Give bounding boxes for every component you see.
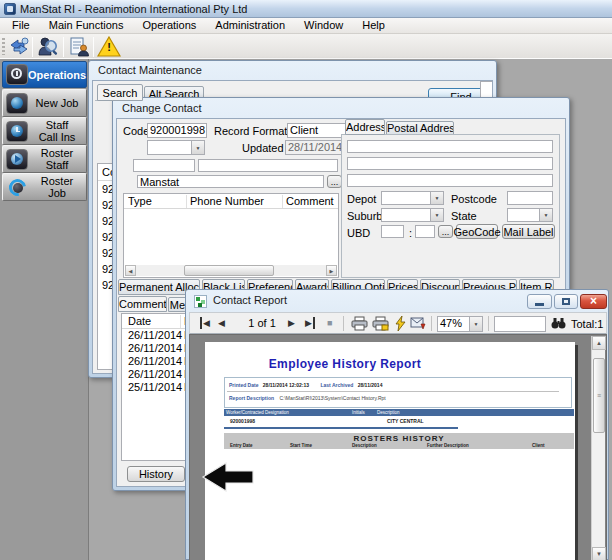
tab-search[interactable]: Search xyxy=(97,84,143,101)
depot-select[interactable]: ▼ xyxy=(381,191,444,205)
contact-maintenance-titlebar[interactable]: Contact Maintenance xyxy=(98,64,202,76)
menu-window[interactable]: Window xyxy=(296,18,351,32)
binoculars-search-icon[interactable] xyxy=(551,317,566,330)
address-line-2[interactable] xyxy=(347,157,553,170)
tab-address[interactable]: Address xyxy=(345,119,385,135)
close-button[interactable]: × xyxy=(580,294,607,309)
roster-col-start: Start Time xyxy=(290,443,312,449)
export-icon[interactable] xyxy=(410,316,426,331)
report-vscrollbar[interactable]: ▲ ≡ ▼ xyxy=(591,336,605,560)
menu-file[interactable]: File xyxy=(4,18,38,32)
ubd-browse-button[interactable]: ... xyxy=(438,225,453,238)
scroll-right-icon[interactable]: ▶ xyxy=(326,265,337,276)
warning-icon[interactable]: ! xyxy=(97,36,121,57)
mail-label-button[interactable]: Mail Label xyxy=(502,224,555,239)
ubd-field-2[interactable] xyxy=(415,225,435,238)
tab-postal-address[interactable]: Postal Address xyxy=(386,121,454,135)
app-title: ManStat RI - Reanimotion International P… xyxy=(20,3,247,15)
depot-label: Depot xyxy=(347,193,376,205)
phone-col-number: Phone Number xyxy=(190,195,264,207)
vscroll-thumb[interactable]: ≡ xyxy=(593,358,605,433)
group-header-bar: Worker/Contracted Designation Initials D… xyxy=(224,409,574,416)
sidebar-item-label: Roster Staff xyxy=(35,147,79,171)
sidebar-item-label: New Job xyxy=(35,97,79,109)
report-description-value: C:\ManStat\RI\2013\System\Contact Histor… xyxy=(279,395,385,401)
sidebar-header-operations[interactable]: Operations xyxy=(2,61,87,88)
find-person-icon[interactable] xyxy=(37,36,59,58)
tab-comments[interactable]: Comments xyxy=(118,296,167,312)
sidebar-item-label: Roster Job xyxy=(35,175,79,199)
sidebar-item-roster-job[interactable]: Roster Job xyxy=(2,173,87,201)
state-select[interactable]: ▼ xyxy=(507,208,553,222)
stop-button[interactable]: ■ xyxy=(327,317,332,329)
roster-col-client: Client xyxy=(532,443,545,449)
name-field-2[interactable] xyxy=(198,159,338,172)
address-line-3[interactable] xyxy=(347,174,553,187)
menu-help[interactable]: Help xyxy=(354,18,393,32)
company-name-field[interactable]: Manstat xyxy=(137,175,324,188)
group-col-designation: Worker/Contracted Designation xyxy=(226,410,289,416)
group-col-initials: Initials xyxy=(352,410,365,416)
history-pointer-arrow xyxy=(200,460,256,492)
code-field[interactable]: 920001998 xyxy=(147,123,207,138)
hscroll-thumb[interactable] xyxy=(184,265,274,276)
ubd-label: UBD xyxy=(347,227,370,239)
geocode-button[interactable]: GeoCode xyxy=(456,224,498,239)
rosters-history-bar: ROSTERS HISTORY Entry Date Start Time De… xyxy=(224,433,574,449)
toolbar-separator xyxy=(93,37,94,57)
roster-col-further: Further Description xyxy=(427,443,469,449)
last-page-button[interactable]: ▶ xyxy=(305,317,315,329)
menu-administration[interactable]: Administration xyxy=(207,18,293,32)
zoom-select[interactable]: 47% ▼ xyxy=(437,316,483,332)
sidebar-item-staff-call-ins[interactable]: Staff Call Ins xyxy=(2,117,87,145)
state-label: State xyxy=(451,210,477,222)
ubd-field-1[interactable] xyxy=(381,225,404,238)
report-search-input[interactable] xyxy=(494,316,546,332)
total-label: Total:1 xyxy=(571,318,603,330)
sidebar-item-roster-staff[interactable]: Roster Staff xyxy=(2,145,87,173)
menu-operations[interactable]: Operations xyxy=(134,18,204,32)
contact-report-titlebar[interactable]: Contact Report × xyxy=(186,290,608,312)
contact-type-select[interactable]: ▼ xyxy=(147,140,205,155)
name-browse-button[interactable]: ... xyxy=(327,175,342,188)
sidebar-item-new-job[interactable]: New Job xyxy=(2,89,87,117)
scroll-left-icon[interactable]: ◀ xyxy=(125,265,136,276)
report-preview-area: Employee History Report Printed Date 28/… xyxy=(189,334,607,560)
refresh-lightning-icon[interactable] xyxy=(394,316,407,331)
last-archived-value: 28/11/2014 xyxy=(358,382,383,388)
phone-table[interactable]: Type Phone Number Comment ◀ ▶ xyxy=(123,193,339,278)
phone-table-hscrollbar[interactable]: ◀ ▶ xyxy=(125,265,337,276)
chevron-down-icon[interactable]: ▼ xyxy=(430,209,443,221)
chevron-down-icon[interactable]: ▼ xyxy=(539,209,552,221)
history-button[interactable]: History xyxy=(127,466,185,482)
address-line-1[interactable] xyxy=(347,140,553,153)
chevron-down-icon[interactable]: ▼ xyxy=(191,141,204,154)
print-setup-icon[interactable] xyxy=(372,316,389,331)
menu-main-functions[interactable]: Main Functions xyxy=(41,18,132,32)
print-icon[interactable] xyxy=(351,316,368,331)
phone-col-type: Type xyxy=(128,195,152,207)
sidebar: Operations New Job Staff Call Ins Roster… xyxy=(0,59,89,560)
first-page-button[interactable]: ◀ xyxy=(200,317,210,329)
chevron-down-icon[interactable]: ▼ xyxy=(469,317,482,331)
suburb-select[interactable]: ▼ xyxy=(381,208,444,222)
app-icon xyxy=(4,3,16,15)
app-titlebar[interactable]: ManStat RI - Reanimotion International P… xyxy=(0,0,612,18)
toolbar-separator xyxy=(63,37,64,57)
postcode-field[interactable] xyxy=(507,191,553,205)
prev-page-button[interactable]: ◀ xyxy=(218,317,225,329)
sidebar-item-label: Staff Call Ins xyxy=(35,119,79,143)
scroll-down-icon[interactable]: ▼ xyxy=(592,547,606,560)
contact-report-icon[interactable] xyxy=(68,36,90,58)
minimize-button[interactable] xyxy=(527,294,552,309)
phone-col-comment: Comment xyxy=(286,195,334,207)
name-field-1[interactable] xyxy=(133,159,195,172)
chevron-down-icon[interactable]: ▼ xyxy=(430,192,443,204)
change-contact-titlebar[interactable]: Change Contact xyxy=(122,102,202,114)
maximize-button[interactable] xyxy=(554,294,578,309)
scroll-up-icon[interactable]: ▲ xyxy=(592,336,606,350)
sync-contacts-icon[interactable] xyxy=(8,37,30,57)
close-icon: × xyxy=(590,294,597,308)
next-page-button[interactable]: ▶ xyxy=(288,317,295,329)
new-job-icon xyxy=(6,93,28,114)
